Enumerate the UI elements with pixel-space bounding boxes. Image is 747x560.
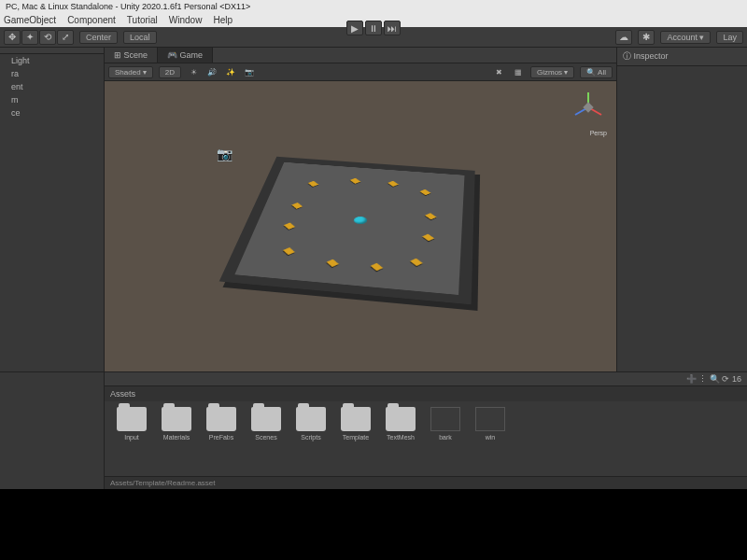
folder-icon [162, 407, 191, 431]
pickup-cube [420, 189, 431, 196]
menu-tutorial[interactable]: Tutorial [127, 15, 158, 25]
rotate-tool[interactable]: ⟲ [39, 30, 56, 45]
asset-label: TextMesh [387, 434, 415, 441]
pivot-local[interactable]: Local [123, 31, 157, 44]
hand-tool[interactable]: ✥ [4, 30, 21, 45]
cloud-icon[interactable]: ☁ [615, 30, 632, 45]
pickup-cube [327, 259, 339, 268]
pickup-cube [411, 259, 424, 267]
orientation-gizmo[interactable] [570, 89, 607, 126]
hierarchy-item[interactable]: m [0, 93, 104, 106]
pickup-cube [284, 223, 295, 231]
search-filter[interactable]: 🔍 All [580, 66, 613, 78]
scene-viewport[interactable]: Persp 📷 [105, 81, 616, 371]
window-title: PC, Mac & Linux Standalone - Unity 2020.… [6, 2, 250, 11]
settings-icon[interactable]: ✱ [638, 30, 655, 45]
pickup-cube [350, 178, 360, 184]
camera-gizmo-icon: 📷 [217, 147, 233, 161]
2d-toggle[interactable]: 2D [159, 66, 181, 78]
tab-scene[interactable]: ⊞ Scene [105, 48, 158, 63]
asset-file[interactable]: bark [426, 407, 465, 441]
folder-icon [206, 407, 236, 431]
account-dropdown[interactable]: Account ▾ [660, 31, 711, 44]
grid-icon[interactable]: ▦ [512, 65, 525, 78]
asset-label: Scenes [255, 434, 276, 441]
hierarchy-item[interactable]: ra [0, 67, 104, 80]
folder-icon [386, 407, 416, 431]
project-toolbar: ➕ ⋮ 🔍 ⟳ 16 [105, 372, 747, 386]
pickup-cube [422, 234, 434, 242]
inspector-panel: ⓘ Inspector [616, 48, 747, 371]
fx-icon[interactable]: ✨ [224, 65, 237, 78]
camera-icon-toggle[interactable]: 📷 [243, 65, 256, 78]
menu-window[interactable]: Window [169, 15, 203, 25]
asset-file[interactable]: win [471, 407, 510, 441]
asset-label: Scripts [301, 434, 320, 441]
hierarchy-item[interactable]: ce [0, 106, 104, 119]
asset-folder[interactable]: Scenes [247, 407, 286, 441]
folder-icon [296, 407, 326, 431]
viewport-tabs: ⊞ Scene 🎮 Game [105, 48, 616, 63]
asset-folder[interactable]: Input [112, 407, 151, 441]
selected-asset-path: Assets/Template/Readme.asset [110, 479, 216, 487]
hierarchy-panel: Light ra ent m ce [0, 48, 105, 371]
menu-help[interactable]: Help [213, 15, 233, 25]
move-tool[interactable]: ✦ [21, 30, 38, 45]
pickup-cube [425, 214, 437, 220]
asset-label: Input [124, 434, 139, 441]
title-bar: PC, Mac & Linux Standalone - Unity 2020.… [0, 0, 747, 13]
folder-icon [341, 407, 371, 431]
asset-label: PreFabs [209, 434, 233, 441]
asset-folder[interactable]: Template [336, 407, 375, 441]
assets-grid[interactable]: InputMaterialsPreFabsScenesScriptsTempla… [105, 401, 747, 476]
asset-label: bark [439, 434, 452, 441]
asset-label: win [486, 434, 496, 441]
file-icon [430, 407, 460, 431]
hierarchy-item[interactable]: Light [0, 54, 104, 67]
play-button[interactable]: ▶ [346, 21, 363, 35]
step-button[interactable]: ⏭ [384, 21, 401, 35]
game-board [219, 157, 475, 305]
file-icon [475, 407, 505, 431]
breadcrumb-assets[interactable]: Assets [105, 386, 747, 401]
asset-folder[interactable]: Materials [157, 407, 196, 441]
shading-mode[interactable]: Shaded ▾ [108, 66, 153, 78]
hierarchy-header [0, 48, 104, 54]
light-icon[interactable]: ☀ [187, 65, 200, 78]
asset-folder[interactable]: Scripts [291, 407, 331, 441]
asset-folder[interactable]: TextMesh [381, 407, 420, 441]
player-ball [353, 217, 368, 225]
pickup-cube [283, 248, 295, 256]
pickup-cube [388, 181, 399, 187]
project-tree[interactable] [0, 372, 105, 489]
svg-rect-3 [583, 102, 593, 112]
menu-gameobject[interactable]: GameObject [4, 15, 56, 25]
letterbox-bottom [0, 489, 747, 560]
pivot-center[interactable]: Center [79, 31, 118, 44]
main-toolbar: ✥ ✦ ⟲ ⤢ Center Local ▶ ⏸ ⏭ ☁ ✱ Account ▾… [0, 27, 747, 48]
audio-icon[interactable]: 🔊 [205, 65, 218, 78]
hierarchy-item[interactable]: ent [0, 80, 104, 93]
folder-icon [117, 407, 147, 431]
scale-tool[interactable]: ⤢ [57, 30, 74, 45]
pickup-cube [308, 181, 318, 187]
folder-icon [251, 407, 281, 431]
tools-icon[interactable]: ✖ [493, 65, 506, 78]
pause-button[interactable]: ⏸ [365, 21, 382, 35]
tab-game[interactable]: 🎮 Game [158, 48, 213, 63]
layers-dropdown[interactable]: Lay [716, 31, 743, 44]
asset-folder[interactable]: PreFabs [202, 407, 241, 441]
pickup-cube [370, 263, 383, 272]
asset-label: Template [343, 434, 369, 441]
project-icons[interactable]: ➕ ⋮ 🔍 ⟳ 16 [686, 374, 741, 384]
inspector-header: ⓘ Inspector [617, 48, 747, 66]
project-panel: ➕ ⋮ 🔍 ⟳ 16 Assets InputMaterialsPreFabsS… [0, 371, 747, 489]
project-status-bar: Assets/Template/Readme.asset [105, 476, 747, 489]
asset-label: Materials [163, 434, 190, 441]
projection-label[interactable]: Persp [590, 130, 607, 136]
menu-component[interactable]: Component [67, 15, 116, 25]
gizmos-dropdown[interactable]: Gizmos ▾ [530, 66, 574, 78]
pickup-cube [291, 203, 303, 209]
scene-toolbar: Shaded ▾ 2D ☀ 🔊 ✨ 📷 ✖ ▦ Gizmos ▾ 🔍 All [105, 63, 616, 81]
